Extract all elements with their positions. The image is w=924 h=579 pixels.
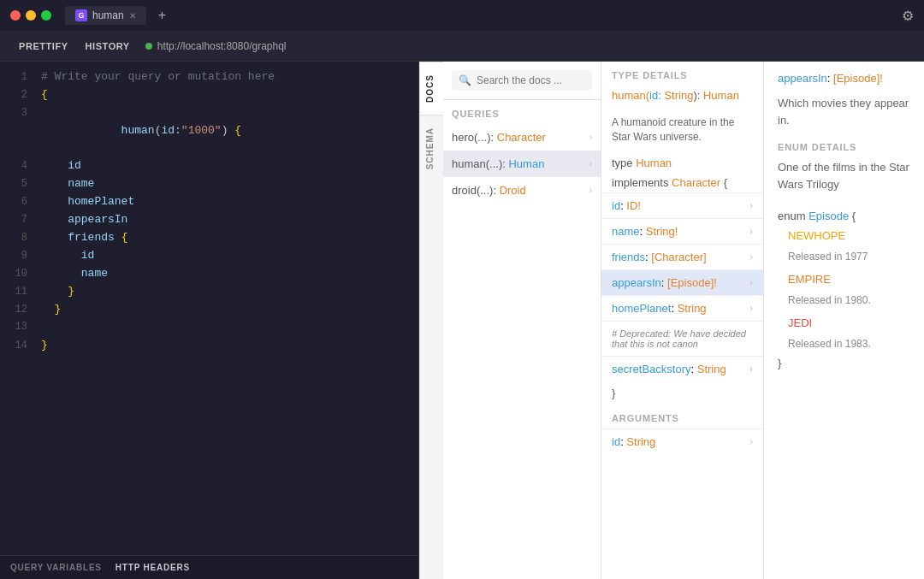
editor-bottom-bar: QUERY VARIABLES HTTP HEADERS (0, 555, 418, 579)
search-input[interactable] (477, 74, 585, 86)
query-item-human[interactable]: human(...): Human › (443, 151, 601, 177)
editor-line: 7 appearsIn (0, 211, 418, 229)
editor-pane: 1 # Write your query or mutation here 2 … (0, 62, 419, 579)
editor-content[interactable]: 1 # Write your query or mutation here 2 … (0, 62, 418, 555)
type-id-name: id: (649, 89, 664, 102)
right-details-pane: appearsIn: [Episode]! Which movies they … (764, 62, 924, 579)
editor-line: 14 } (0, 337, 418, 355)
query-name-droid: droid(...): Droid (452, 184, 526, 197)
chevron-right-icon: › (749, 277, 753, 287)
enum-value-newhope: NEWHOPE Released in 1977 (788, 226, 910, 266)
chevron-right-icon: › (749, 303, 753, 313)
type-description: A humanoid creature in the Star Wars uni… (601, 110, 763, 153)
http-headers-tab[interactable]: HTTP HEADERS (116, 563, 190, 572)
editor-line: 3 human(id:"1000") { (0, 104, 418, 157)
editor-line: 6 homePlanet (0, 193, 418, 211)
type-details-pane: TYPE DETAILS human(id: String): Human A … (601, 62, 764, 579)
query-name-hero: hero(...): Character (452, 131, 546, 144)
enum-value-empire: EMPIRE Released in 1980. (788, 269, 910, 310)
field-signature: appearsIn: [Episode]! (778, 72, 910, 85)
vertical-tabs: DOCS SCHEMA (419, 62, 443, 579)
sig-field-type[interactable]: [Episode]! (833, 72, 883, 85)
search-pane: 🔍 QUERIES hero(...): Character › human(.… (443, 62, 601, 579)
tab-label: human (92, 9, 124, 21)
search-box: 🔍 (443, 62, 601, 100)
field-row-id[interactable]: id: ID! › (601, 192, 763, 218)
chevron-right-icon: › (749, 200, 753, 210)
history-button[interactable]: HISTORY (77, 36, 139, 56)
type-id-type: String (664, 89, 693, 102)
editor-line: 9 id (0, 247, 418, 265)
endpoint-url[interactable]: http://localhost:8080/graphql (157, 40, 287, 52)
editor-line: 10 name (0, 265, 418, 283)
type-details-header: TYPE DETAILS (601, 62, 763, 86)
editor-line: 8 friends { (0, 229, 418, 247)
field-row-friends[interactable]: friends: [Character] › (601, 244, 763, 269)
editor-line: 4 id (0, 157, 418, 175)
chevron-right-icon: › (589, 159, 592, 168)
field-row-secret-backstory[interactable]: secretBackstory: String › (601, 356, 763, 381)
chevron-right-icon: › (749, 436, 753, 446)
field-row-home-planet[interactable]: homePlanet: String › (601, 295, 763, 321)
field-row-id-arg[interactable]: id: String › (601, 428, 763, 454)
type-title: human(id: String): Human (601, 86, 763, 110)
type-implements-line: implements Character { (601, 173, 763, 192)
traffic-lights (10, 10, 51, 21)
minimize-button[interactable] (26, 10, 36, 21)
editor-line: 11 } (0, 283, 418, 301)
query-variables-tab[interactable]: QUERY VARIABLES (10, 563, 102, 572)
chevron-right-icon: › (749, 226, 753, 236)
search-input-wrap: 🔍 (452, 70, 592, 91)
query-item-hero[interactable]: hero(...): Character › (443, 124, 601, 151)
field-row-name[interactable]: name: String! › (601, 218, 763, 244)
editor-line: 12 } (0, 301, 418, 319)
queries-label: QUERIES (443, 100, 601, 124)
editor-line: 13 (0, 319, 418, 337)
enum-block: enum Episode { NEWHOPE Released in 1977 … (778, 206, 910, 374)
field-row-appears-in[interactable]: appearsIn: [Episode]! › (601, 269, 763, 295)
docs-panel: DOCS SCHEMA 🔍 QUERIES hero(...): Charact… (419, 62, 924, 579)
editor-line: 2 { (0, 86, 418, 104)
prettify-button[interactable]: PRETTIFY (10, 36, 77, 56)
settings-gear-icon[interactable]: ⚙ (902, 8, 914, 24)
maximize-button[interactable] (41, 10, 51, 21)
enum-description: One of the films in the Star Wars Trilog… (778, 159, 910, 192)
chevron-right-icon: › (749, 363, 753, 374)
editor-line: 1 # Write your query or mutation here (0, 68, 418, 86)
tab-close-button[interactable]: ✕ (129, 11, 136, 21)
url-bar: http://localhost:8080/graphql (145, 40, 287, 52)
type-func-name: human( (612, 89, 649, 102)
enum-type-link[interactable]: Episode (808, 210, 849, 222)
field-description: Which movies they appear in. (778, 95, 910, 128)
main-content: 1 # Write your query or mutation here 2 … (0, 62, 924, 579)
type-name-link[interactable]: Human (636, 157, 672, 169)
enum-value-jedi: JEDI Released in 1983. (788, 313, 910, 353)
chevron-right-icon: › (589, 186, 592, 195)
titlebar: G human ✕ + ⚙ (0, 0, 924, 31)
type-type-line: type Human (601, 153, 763, 173)
active-tab[interactable]: G human ✕ (65, 6, 146, 25)
search-icon: 🔍 (459, 74, 471, 86)
arguments-header: ARGUMENTS (601, 405, 763, 428)
character-link[interactable]: Character (672, 176, 720, 189)
deprecated-note: # Deprecated: We have decided that this … (601, 321, 763, 356)
query-name-human: human(...): Human (452, 157, 544, 170)
type-return-type[interactable]: Human (703, 89, 739, 102)
toolbar: PRETTIFY HISTORY http://localhost:8080/g… (0, 31, 924, 62)
enum-details-header: ENUM DETAILS (778, 142, 910, 152)
sig-field-name: appearsIn (778, 72, 827, 85)
query-item-droid[interactable]: droid(...): Droid › (443, 177, 601, 204)
chevron-right-icon: › (589, 133, 592, 142)
schema-vtab[interactable]: SCHEMA (420, 115, 443, 181)
closing-brace: } (601, 381, 763, 405)
add-tab-button[interactable]: + (153, 8, 171, 23)
tab-icon: G (75, 9, 87, 21)
editor-line: 5 name (0, 175, 418, 193)
chevron-right-icon: › (749, 251, 753, 262)
close-button[interactable] (10, 10, 21, 21)
connection-status-icon (145, 43, 152, 50)
docs-vtab[interactable]: DOCS (420, 62, 443, 115)
